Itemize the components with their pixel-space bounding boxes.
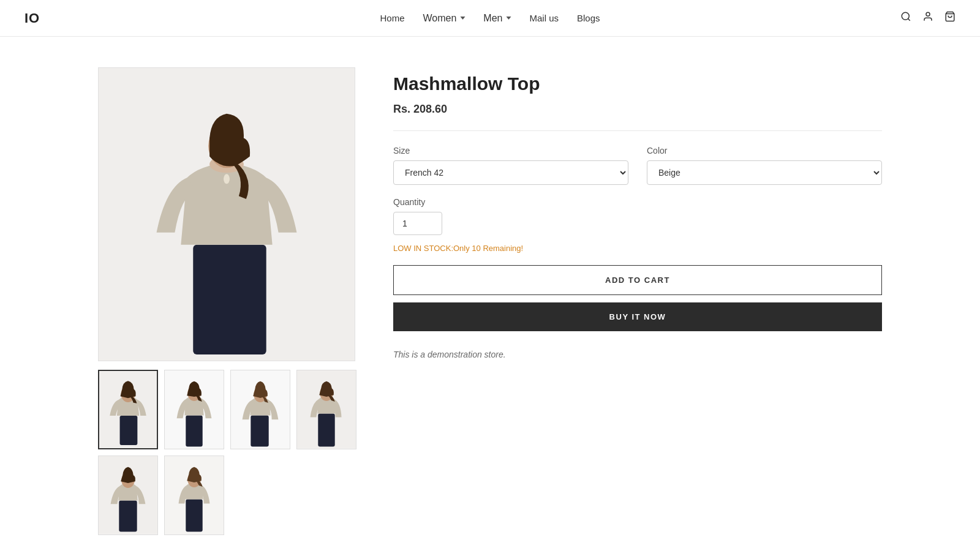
search-icon[interactable] <box>900 11 911 25</box>
nav-blogs[interactable]: Blogs <box>577 13 600 23</box>
svg-rect-22 <box>119 501 137 532</box>
thumbnail-row-1 <box>98 370 356 449</box>
size-option-group: Size French 42 French 38 French 40 Frenc… <box>393 146 628 185</box>
thumbnail-2[interactable] <box>164 370 224 449</box>
cart-icon[interactable] <box>944 11 956 25</box>
low-stock-message: LOW IN STOCK:Only 10 Remaining! <box>393 244 882 253</box>
product-title: Mashmallow Top <box>393 73 882 94</box>
product-images <box>98 67 356 535</box>
main-nav: Home Women Men Mail us Blogs <box>380 13 600 24</box>
size-select[interactable]: French 42 French 38 French 40 French 44 <box>393 160 628 185</box>
size-label: Size <box>393 146 628 156</box>
nav-men-label: Men <box>483 13 502 24</box>
color-option-group: Color Beige White Black <box>647 146 882 185</box>
svg-point-0 <box>902 12 909 20</box>
thumbnail-4[interactable] <box>296 370 356 449</box>
quantity-group: Quantity <box>393 197 882 235</box>
thumbnail-5[interactable] <box>98 455 158 535</box>
header: IO Home Women Men Mail us Blogs <box>0 0 980 37</box>
quantity-input[interactable] <box>393 212 442 235</box>
nav-home[interactable]: Home <box>380 13 404 23</box>
demo-note: This is a demonstration store. <box>393 350 882 359</box>
thumbnail-3[interactable] <box>230 370 290 449</box>
logo[interactable]: IO <box>24 10 40 26</box>
svg-rect-19 <box>318 414 334 447</box>
buy-now-button[interactable]: BUY IT NOW <box>393 302 882 331</box>
header-icons <box>900 11 956 25</box>
quantity-label: Quantity <box>393 197 882 207</box>
nav-women[interactable]: Women <box>423 13 466 24</box>
svg-rect-16 <box>251 416 268 447</box>
price-divider <box>393 130 882 131</box>
nav-women-label: Women <box>423 13 457 24</box>
chevron-down-icon <box>460 17 465 20</box>
chevron-down-icon <box>506 17 511 20</box>
thumbnail-row-2 <box>98 455 356 535</box>
svg-rect-5 <box>193 245 266 354</box>
svg-point-8 <box>224 174 230 184</box>
svg-rect-25 <box>186 500 202 532</box>
thumbnail-1[interactable] <box>98 370 158 449</box>
nav-mail[interactable]: Mail us <box>529 13 559 23</box>
svg-rect-10 <box>120 416 138 445</box>
options-row: Size French 42 French 38 French 40 Frenc… <box>393 146 882 185</box>
svg-point-2 <box>926 12 930 16</box>
main-content: Mashmallow Top Rs. 208.60 Size French 42… <box>0 37 980 551</box>
add-to-cart-button[interactable]: ADD TO CART <box>393 265 882 295</box>
product-price: Rs. 208.60 <box>393 103 882 116</box>
product-details: Mashmallow Top Rs. 208.60 Size French 42… <box>393 67 882 535</box>
svg-rect-13 <box>186 416 202 447</box>
nav-men[interactable]: Men <box>483 13 511 24</box>
color-select[interactable]: Beige White Black <box>647 160 882 185</box>
color-label: Color <box>647 146 882 156</box>
svg-line-1 <box>908 18 910 20</box>
user-icon[interactable] <box>922 11 933 25</box>
main-product-image[interactable] <box>98 67 355 361</box>
thumbnail-6[interactable] <box>164 455 224 535</box>
